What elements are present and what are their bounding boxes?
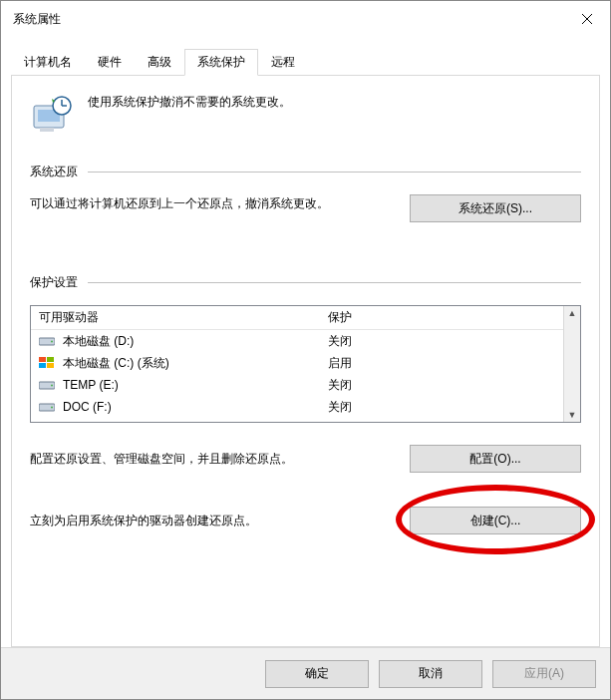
- section-restore-header: 系统还原: [30, 164, 581, 180]
- tab-advanced[interactable]: 高级: [135, 49, 184, 76]
- section-protection-header: 保护设置: [30, 274, 581, 291]
- svg-rect-12: [39, 363, 46, 368]
- drive-status: 关闭: [320, 377, 563, 394]
- drive-table-header: 可用驱动器 保护: [31, 306, 563, 330]
- divider: [88, 282, 581, 283]
- tabs-container: 计算机名 硬件 高级 系统保护 远程: [1, 37, 610, 647]
- scroll-down-icon: ▼: [568, 408, 577, 422]
- scroll-up-icon: ▲: [568, 306, 577, 320]
- drive-table: 可用驱动器 保护 本地磁盘 (D:) 关闭: [30, 305, 581, 423]
- tab-computer-name[interactable]: 计算机名: [11, 49, 85, 76]
- create-row: 立刻为启用系统保护的驱动器创建还原点。 创建(C)...: [30, 507, 581, 534]
- window-title: 系统属性: [13, 11, 61, 28]
- drive-name: TEMP (E:): [63, 378, 119, 392]
- dialog-footer: 确定 取消 应用(A): [1, 647, 610, 699]
- drive-name: DOC (F:): [63, 400, 112, 414]
- apply-button[interactable]: 应用(A): [492, 660, 596, 688]
- tab-remote[interactable]: 远程: [258, 49, 308, 76]
- drive-name: 本地磁盘 (C:) (系统): [63, 355, 169, 372]
- table-row[interactable]: 本地磁盘 (D:) 关闭: [31, 330, 563, 352]
- drive-status: 关闭: [320, 399, 563, 416]
- configure-row: 配置还原设置、管理磁盘空间，并且删除还原点。 配置(O)...: [30, 445, 581, 473]
- col-header-status[interactable]: 保护: [320, 306, 563, 329]
- tab-hardware[interactable]: 硬件: [85, 49, 135, 76]
- col-header-drive[interactable]: 可用驱动器: [31, 306, 320, 329]
- drive-status: 启用: [320, 355, 563, 372]
- svg-rect-13: [47, 363, 54, 368]
- hdd-icon: [39, 401, 55, 413]
- create-desc: 立刻为启用系统保护的驱动器创建还原点。: [30, 513, 390, 529]
- drive-name: 本地磁盘 (D:): [63, 333, 134, 350]
- configure-button[interactable]: 配置(O)...: [410, 445, 581, 473]
- hdd-icon: [39, 379, 55, 391]
- windows-drive-icon: [39, 357, 55, 369]
- ok-button[interactable]: 确定: [265, 660, 369, 688]
- intro-row: 使用系统保护撤消不需要的系统更改。: [30, 92, 581, 136]
- tab-strip: 计算机名 硬件 高级 系统保护 远程: [11, 49, 600, 76]
- svg-point-17: [51, 407, 53, 409]
- cancel-button[interactable]: 取消: [379, 660, 482, 688]
- drive-status: 关闭: [320, 333, 563, 350]
- close-icon: [582, 14, 592, 24]
- section-protection-title: 保护设置: [30, 274, 78, 291]
- system-properties-window: 系统属性 计算机名 硬件 高级 系统保护 远程: [0, 0, 611, 700]
- section-restore-title: 系统还原: [30, 164, 78, 180]
- configure-desc: 配置还原设置、管理磁盘空间，并且删除还原点。: [30, 451, 390, 468]
- drive-table-body: 可用驱动器 保护 本地磁盘 (D:) 关闭: [31, 306, 563, 422]
- tab-system-protection[interactable]: 系统保护: [184, 49, 258, 76]
- scrollbar[interactable]: ▲ ▼: [563, 306, 580, 422]
- hdd-icon: [39, 335, 55, 347]
- system-restore-button[interactable]: 系统还原(S)...: [410, 194, 581, 222]
- svg-rect-4: [40, 128, 54, 132]
- table-row[interactable]: DOC (F:) 关闭: [31, 396, 563, 418]
- create-restore-point-button[interactable]: 创建(C)...: [410, 507, 581, 534]
- table-row[interactable]: 本地磁盘 (C:) (系统) 启用: [31, 352, 563, 374]
- svg-rect-11: [47, 357, 54, 362]
- system-protection-icon: [30, 92, 74, 136]
- titlebar: 系统属性: [1, 1, 610, 37]
- divider: [88, 172, 581, 173]
- restore-desc: 可以通过将计算机还原到上一个还原点，撤消系统更改。: [30, 194, 390, 213]
- svg-point-9: [51, 341, 53, 343]
- table-row[interactable]: TEMP (E:) 关闭: [31, 374, 563, 396]
- svg-rect-10: [39, 357, 46, 362]
- intro-text: 使用系统保护撤消不需要的系统更改。: [88, 92, 291, 111]
- tab-panel-system-protection: 使用系统保护撤消不需要的系统更改。 系统还原 可以通过将计算机还原到上一个还原点…: [11, 75, 600, 647]
- svg-point-15: [51, 385, 53, 387]
- close-button[interactable]: [564, 1, 610, 37]
- restore-row: 可以通过将计算机还原到上一个还原点，撤消系统更改。 系统还原(S)...: [30, 194, 581, 222]
